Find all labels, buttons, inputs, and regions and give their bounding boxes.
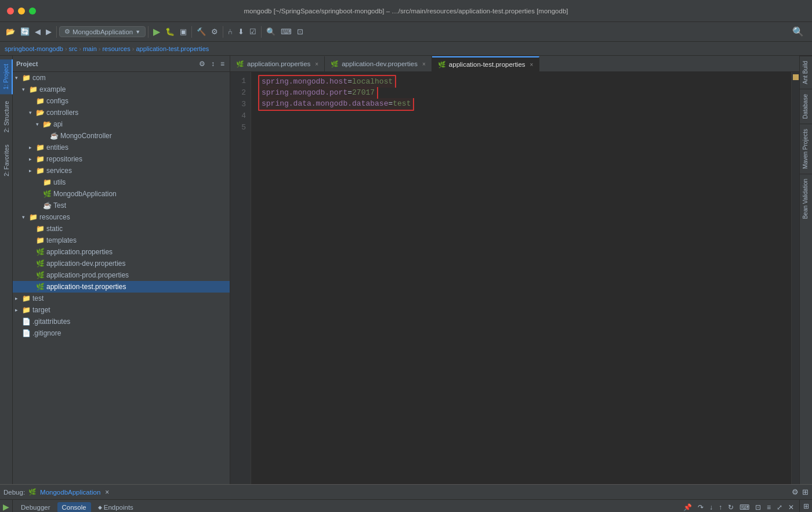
toolbar-back-btn[interactable]: ◀: [32, 26, 43, 38]
code-line-1: spring.mongodb.host=localhost: [258, 75, 784, 87]
tab-dev-properties[interactable]: 🌿 application-dev.properties ×: [325, 56, 432, 71]
toolbar-find-btn[interactable]: 🔍: [264, 26, 278, 38]
toolbar-build-btn[interactable]: 🔨: [194, 26, 208, 38]
prop-key: spring.mongodb.host: [262, 77, 347, 86]
tree-item[interactable]: ▸ ☕ Test: [13, 200, 230, 211]
breadcrumb-project[interactable]: springboot-mongodb: [5, 45, 63, 52]
console-clear-btn[interactable]: ⊡: [753, 502, 763, 513]
tab-test-properties[interactable]: 🌿 application-test.properties ×: [432, 56, 540, 71]
tab-endpoints[interactable]: ◆ Endpoints: [93, 502, 138, 513]
favorites-tab-label[interactable]: 2: Favorites: [1, 140, 12, 181]
tab-console[interactable]: Console: [57, 502, 91, 513]
tree-label: example: [39, 85, 66, 93]
tree-item[interactable]: ▾ 📁 resources: [13, 211, 230, 223]
tab-debugger[interactable]: Debugger: [16, 502, 55, 513]
breadcrumb-src[interactable]: src: [69, 45, 78, 52]
console-step-over-btn[interactable]: ↷: [696, 502, 705, 513]
tree-item[interactable]: ▸ 🌿 MongodbApplication: [13, 188, 230, 200]
toolbar-debug-btn[interactable]: 🐛: [163, 26, 177, 38]
tree-item[interactable]: ▸ 📁 templates: [13, 235, 230, 246]
console-step-into-btn[interactable]: ↓: [708, 502, 715, 513]
sidebar-gear-btn[interactable]: ⚙: [197, 59, 207, 68]
tree-label: utils: [53, 178, 66, 186]
tree-item[interactable]: ▸ ☕ MongoController: [13, 130, 230, 142]
tab-label: application-dev.properties: [342, 60, 418, 67]
tree-item[interactable]: ▾ 📂 api: [13, 118, 230, 130]
toolbar-terminal-btn[interactable]: ⌨: [278, 26, 294, 38]
debug-session-name[interactable]: MongodbApplication: [40, 489, 100, 496]
tab-close-btn[interactable]: ×: [315, 61, 318, 67]
toolbar-settings-btn[interactable]: ⚙: [209, 26, 220, 38]
tree-item[interactable]: ▸ 📁 target: [13, 304, 230, 316]
console-run-cursor-btn[interactable]: ↻: [726, 502, 735, 513]
console-scroll-top-btn[interactable]: ⊞: [803, 502, 809, 510]
console-step-out-btn[interactable]: ↑: [717, 502, 724, 513]
structure-tab-label[interactable]: 2: Structure: [1, 96, 12, 137]
tree-item[interactable]: ▸ 📁 test: [13, 293, 230, 304]
title-bar: mongodb [~/SpringSpace/springboot-mongod…: [0, 0, 812, 22]
project-tab-label[interactable]: 1: Project: [0, 59, 13, 94]
tree-label-app-prop: application.properties: [46, 248, 113, 256]
right-tab-maven[interactable]: Maven Projects: [800, 124, 812, 174]
tab-close-btn[interactable]: ×: [530, 62, 534, 68]
sidebar-collapse-btn[interactable]: ≡: [219, 59, 226, 68]
code-line-4: [258, 110, 784, 122]
console-close-panel-btn[interactable]: ✕: [786, 502, 796, 513]
tab-label: application.properties: [247, 60, 310, 67]
traffic-lights: [7, 8, 36, 15]
breadcrumb-file[interactable]: application-test.properties: [136, 45, 209, 52]
tree-item[interactable]: ▸ 📄 .gitignore: [13, 327, 230, 339]
toolbar-update-btn[interactable]: ⬇: [235, 26, 246, 38]
tree-label: Test: [53, 201, 66, 210]
tree-item[interactable]: ▸ 📁 static: [13, 223, 230, 235]
tree-label-test-prop: application-test.properties: [46, 283, 126, 291]
project-selector[interactable]: ⚙ MongodbApplication ▼: [59, 26, 146, 37]
tab-close-btn[interactable]: ×: [422, 61, 426, 67]
toolbar-coverage-btn[interactable]: ▣: [177, 26, 189, 38]
debug-session-icon: 🌿: [28, 488, 37, 496]
breadcrumb-resources[interactable]: resources: [102, 45, 130, 52]
tree-item[interactable]: ▸ 📁 entities: [13, 142, 230, 153]
debug-resume-btn[interactable]: ▶: [3, 502, 9, 511]
console-evaluate-btn[interactable]: ⌨: [738, 502, 751, 513]
editor-content: 1 2 3 4 5 spring.mongodb.host=localhost …: [230, 72, 799, 484]
debug-settings-btn[interactable]: ⚙: [792, 488, 799, 496]
toolbar-open-btn[interactable]: 📂: [3, 26, 17, 38]
debug-layout-btn[interactable]: ⊞: [802, 488, 809, 496]
search-everywhere-btn[interactable]: 🔍: [788, 24, 809, 39]
tree-item-selected[interactable]: ▸ 🌿 application-test.properties: [13, 281, 230, 293]
right-tab-ant-build[interactable]: Ant Build: [800, 56, 812, 89]
right-tab-bean-validation[interactable]: Bean Validation: [800, 174, 812, 223]
tree-item[interactable]: ▸ 📄 .gitattributes: [13, 316, 230, 327]
toolbar-run-btn[interactable]: ▶: [151, 24, 162, 39]
toolbar-commit-btn[interactable]: ☑: [247, 26, 259, 38]
toolbar-more-btn[interactable]: ⊡: [295, 26, 306, 38]
tree-item[interactable]: ▾ 📂 controllers: [13, 107, 230, 118]
console-restore-btn[interactable]: ⤢: [775, 502, 784, 513]
sidebar-expand-btn[interactable]: ↕: [209, 59, 216, 68]
debug-close-btn[interactable]: ×: [105, 488, 109, 496]
toolbar-sync-btn[interactable]: 🔄: [18, 26, 32, 38]
tree-item[interactable]: ▸ 📁 services: [13, 165, 230, 176]
tree-item[interactable]: ▾ 📁 example: [13, 84, 230, 95]
right-tab-database[interactable]: Database: [800, 89, 812, 124]
tree-item[interactable]: ▸ 🌿 application-prod.properties: [13, 269, 230, 281]
line-numbers: 1 2 3 4 5: [230, 72, 251, 484]
project-tool-tab[interactable]: 1: Project 2: Structure 2: Favorites: [0, 56, 13, 484]
tree-item[interactable]: ▾ 📁 com: [13, 72, 230, 84]
console-more-btn[interactable]: ≡: [765, 502, 773, 513]
traffic-light-green[interactable]: [29, 8, 36, 15]
code-editor[interactable]: spring.mongodb.host=localhost spring.mon…: [251, 72, 791, 484]
traffic-light-yellow[interactable]: [18, 8, 25, 15]
tree-item[interactable]: ▸ 🌿 application-dev.properties: [13, 258, 230, 269]
toolbar-forward-btn[interactable]: ▶: [44, 26, 54, 38]
tree-item[interactable]: ▸ 📁 repositories: [13, 153, 230, 165]
toolbar-vcs-btn[interactable]: ⑃: [226, 26, 235, 38]
tree-item[interactable]: ▸ 📁 configs: [13, 95, 230, 107]
breadcrumb-main[interactable]: main: [83, 45, 97, 52]
tree-item[interactable]: ▸ 📁 utils: [13, 176, 230, 188]
tab-app-properties[interactable]: 🌿 application.properties ×: [230, 56, 325, 71]
tree-item[interactable]: ▸ 🌿 application.properties: [13, 246, 230, 258]
traffic-light-red[interactable]: [7, 8, 14, 15]
console-pin-btn[interactable]: 📌: [682, 502, 694, 513]
